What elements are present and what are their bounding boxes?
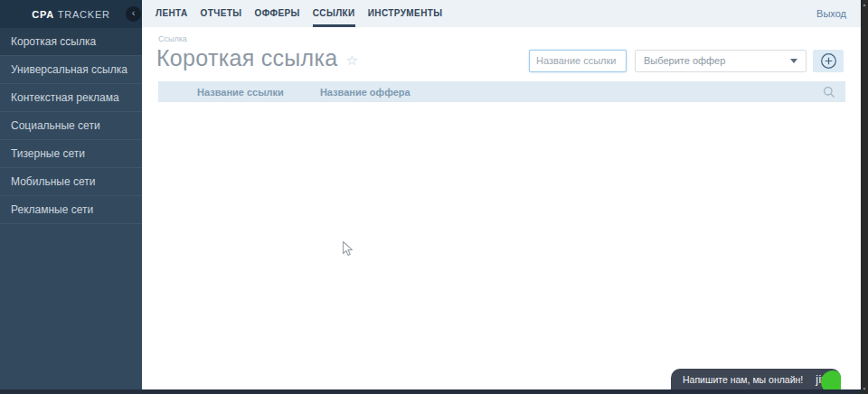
plus-circle-icon (820, 52, 837, 70)
tab-feed[interactable]: ЛЕНТА (156, 0, 188, 27)
chevron-left-icon: ‹ (132, 7, 136, 18)
app-logo-bold: CPA (32, 9, 54, 20)
links-table-header: Название ссылки Название оффера (158, 81, 845, 102)
sidebar-item-social-networks[interactable]: Социальные сети (0, 112, 142, 140)
caret-down-icon (790, 59, 797, 63)
sidebar-item-mobile-networks[interactable]: Мобильные сети (0, 168, 142, 196)
sidebar-item-ad-networks[interactable]: Рекламные сети (0, 196, 142, 224)
sidebar-item-teaser-networks[interactable]: Тизерные сети (0, 140, 142, 168)
logout-link[interactable]: Выход (816, 0, 846, 27)
sidebar-item-context-ads[interactable]: Контекстная реклама (0, 84, 142, 112)
sidebar-collapse-button[interactable]: ‹ (126, 6, 141, 22)
chat-message: Напишите нам, мы онлайн! (683, 374, 803, 385)
table-search-icon[interactable] (823, 86, 835, 98)
sidebar: CPA TRACKER ‹ Короткая ссылка Универсаль… (0, 0, 142, 389)
tab-reports[interactable]: ОТЧЕТЫ (201, 0, 242, 27)
main-area: ЛЕНТА ОТЧЕТЫ ОФФЕРЫ ССЫЛКИ ИНСТРУМЕНТЫ В… (142, 0, 861, 389)
chat-widget[interactable]: Напишите нам, мы онлайн! jivo (671, 369, 841, 389)
vertical-scrollbar[interactable]: ▲ ▼ (861, 0, 868, 394)
scroll-down-icon[interactable]: ▼ (861, 385, 868, 392)
add-link-button[interactable] (813, 50, 844, 72)
sidebar-item-universal-link[interactable]: Универсальная ссылка (0, 56, 142, 84)
page-title: Короткая ссылка (156, 45, 338, 71)
column-header-offer-name[interactable]: Название оффера (320, 87, 410, 98)
top-navigation: ЛЕНТА ОТЧЕТЫ ОФФЕРЫ ССЫЛКИ ИНСТРУМЕНТЫ В… (142, 0, 861, 27)
chat-bubble-icon (821, 371, 841, 389)
window-bottom-edge (0, 389, 861, 394)
page-content: Ссылка Короткая ссылка ☆ Выберите оффер (142, 27, 861, 389)
toolbar: Выберите оффер (529, 49, 844, 72)
tab-offers[interactable]: ОФФЕРЫ (255, 0, 300, 27)
column-header-link-name[interactable]: Название ссылки (197, 87, 284, 98)
app-logo: CPA TRACKER (32, 9, 110, 20)
sidebar-item-short-link[interactable]: Короткая ссылка (0, 28, 142, 56)
page-title-row: Короткая ссылка ☆ (156, 45, 358, 71)
link-name-input[interactable] (529, 50, 627, 72)
sidebar-header: CPA TRACKER ‹ (0, 0, 142, 28)
favorite-star-icon[interactable]: ☆ (346, 52, 358, 69)
offer-select-value: Выберите оффер (644, 55, 725, 66)
offer-select[interactable]: Выберите оффер (635, 50, 807, 72)
breadcrumb: Ссылка (158, 34, 187, 43)
scroll-up-icon[interactable]: ▲ (861, 1, 868, 8)
tab-tools[interactable]: ИНСТРУМЕНТЫ (368, 0, 443, 27)
tab-links[interactable]: ССЫЛКИ (313, 0, 355, 27)
app-logo-rest: TRACKER (54, 9, 110, 20)
